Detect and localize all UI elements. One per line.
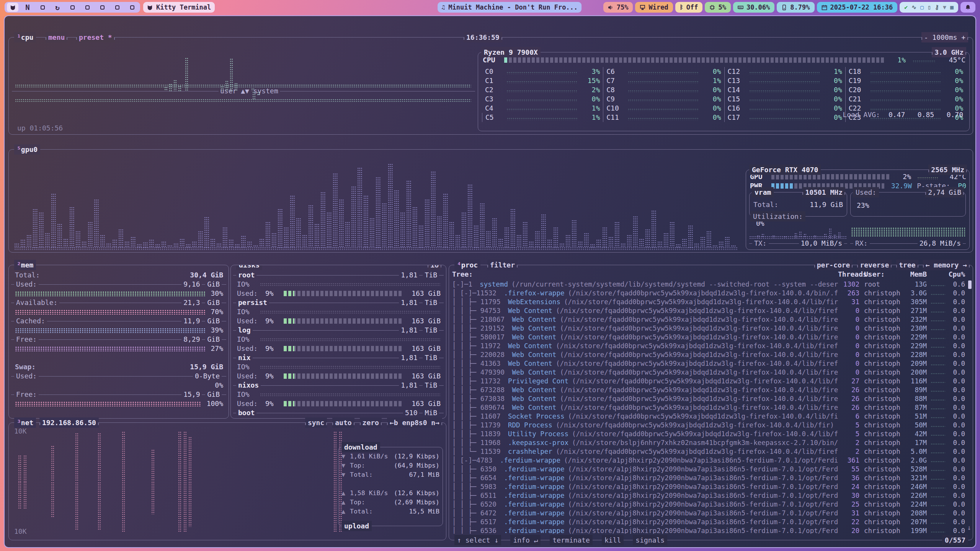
col-threads[interactable]: Threads:	[838, 270, 859, 279]
box-number: ⁴	[457, 261, 461, 269]
net-graph	[13, 428, 343, 535]
net-graph-column	[178, 428, 181, 535]
core-row: C41%	[482, 104, 603, 113]
scroll-down-indicator[interactable]: ↓	[967, 523, 971, 532]
disks-panel: disks io root1,81TiB IO% Used:9%163 GiB …	[230, 265, 446, 419]
process-row[interactable]: │ │ ├─ 673038 Web Content(/nix/store/fqa…	[452, 394, 970, 403]
tray-icon[interactable]: ∿	[911, 5, 916, 10]
filter-button[interactable]: filter	[487, 260, 518, 270]
cpu-total-pct: 1%	[889, 55, 906, 65]
process-row[interactable]: │ │ ├─ 6350 .ferdium-wrappe(/nix/store/a…	[452, 465, 970, 473]
process-row[interactable]: │ │ ├─ 11607 Socket Process(/nix/store/f…	[452, 412, 970, 421]
core-row: C180%	[845, 67, 966, 76]
volume-module[interactable]: 75%	[603, 2, 633, 13]
workspace-nvim[interactable]: N	[22, 3, 33, 12]
network-module[interactable]: Wired	[635, 2, 673, 13]
proc-footer-action[interactable]: ↑ select ↓	[454, 535, 501, 545]
notification-module[interactable]	[960, 2, 975, 13]
tray-icon[interactable]: ▼	[943, 5, 946, 10]
tray-icon[interactable]: ✔	[904, 5, 908, 10]
tray-icon[interactable]: ▢	[920, 5, 924, 10]
process-row[interactable]: │ │ ├─ 220028 Web Content(/nix/store/fqa…	[452, 350, 970, 359]
process-row[interactable]: │ │ └─ 11539 crashhelper(/nix/store/fqad…	[452, 447, 970, 456]
bluetooth-module[interactable]: ᛒ Off	[675, 2, 703, 13]
box-number: ³	[17, 419, 21, 427]
process-row[interactable]: │ │ ├─ 479390 Web Content(/nix/store/fqa…	[452, 368, 970, 377]
process-row[interactable]: │ │ ├─ 6511 .ferdium-wrappe(/nix/store/a…	[452, 491, 970, 500]
workspace-4[interactable]: ↻	[52, 3, 63, 12]
music-note-icon: ♫	[441, 5, 445, 10]
update-interval-control[interactable]: - 1000ms +	[921, 32, 968, 42]
process-row[interactable]: │ [-]─4783 .ferdium-wrappe(/nix/store/a1…	[452, 456, 970, 465]
swap-total: 15,9 GiB	[190, 362, 223, 372]
clock-module[interactable]: 2025-07-22 16:36	[817, 2, 898, 13]
net-stat-row: ▲Total:15,5 MiB	[338, 507, 443, 516]
process-row[interactable]: │ │ ├─ 11795 WebExtensions(/nix/store/fq…	[452, 297, 970, 306]
workspace-terminal[interactable]	[7, 3, 18, 12]
core-row: C130%	[724, 76, 845, 85]
proc-option-button[interactable]: reverse	[857, 260, 892, 270]
col-user[interactable]: User:	[859, 270, 902, 279]
tray-icon[interactable]: ⚷	[935, 5, 939, 10]
proc-footer-action[interactable]: kill	[602, 535, 624, 545]
proc-scrollbar-thumb[interactable]	[968, 280, 972, 289]
workspace-3[interactable]	[37, 3, 48, 12]
workspace-8[interactable]	[111, 3, 123, 12]
process-row[interactable]: │ │ ├─ 41363 Web Content(/nix/store/fqad…	[452, 359, 970, 368]
tray-icon[interactable]: ▦	[950, 5, 954, 10]
mem-free-unit: GiB	[205, 335, 222, 344]
net-option-button[interactable]: ←b enp8s0 n→	[387, 417, 442, 428]
process-row[interactable]: [-]─1 systemd(/run/current-system/system…	[452, 280, 970, 289]
upload-title: upload	[341, 521, 372, 531]
process-row[interactable]: │ │ ├─ 6654 .ferdium-wrappe(/nix/store/a…	[452, 473, 970, 482]
preset-button[interactable]: preset *	[76, 32, 115, 42]
col-cpu[interactable]: Cpu%	[946, 270, 965, 279]
process-row[interactable]: │ │ ├─ 6536 .ferdium-wrappe(/nix/store/a…	[452, 526, 970, 534]
process-row[interactable]: │ │ ├─ 5983 .ferdium-wrappe(/nix/store/a…	[452, 482, 970, 491]
net-option-button[interactable]: zero	[360, 417, 382, 428]
process-row[interactable]: │ │ ├─ 580017 Web Content(/nix/store/fqa…	[452, 333, 970, 341]
net-graph-column	[333, 428, 337, 535]
cpu-module[interactable]: 5%	[705, 2, 730, 13]
proc-footer-action[interactable]: signals	[633, 535, 667, 545]
proc-option-button[interactable]: per-core	[814, 260, 853, 270]
process-row[interactable]: │ │ ├─ 11739 RDD Process(/nix/store/fqad…	[452, 421, 970, 429]
proc-footer-action[interactable]: terminate	[550, 535, 593, 545]
tray-icon[interactable]: ▯	[928, 5, 931, 10]
io-mode-button[interactable]: io	[428, 265, 441, 270]
col-memb[interactable]: MemB	[902, 270, 927, 279]
process-row[interactable]: │ │ ├─ 94753 Web Content(/nix/store/fqad…	[452, 306, 970, 315]
process-row[interactable]: │ │ ├─ 6517 .ferdium-wrappe(/nix/store/a…	[452, 517, 970, 526]
process-row[interactable]: │ │ ├─ 218067 Web Content(/nix/store/fqa…	[452, 315, 970, 324]
process-row[interactable]: │ │ ├─ 11732 Privileged Cont(/nix/store/…	[452, 377, 970, 385]
net-option-button[interactable]: auto	[332, 417, 354, 428]
proc-option-button[interactable]: tree	[896, 260, 918, 270]
process-row[interactable]: │ │ ├─ 11968 .keepassxc-prox(/nix/store/…	[452, 438, 970, 447]
memory-module[interactable]: 30.06%	[733, 2, 774, 13]
gpu-power-watts: 32.9W	[887, 181, 912, 191]
process-row[interactable]: │ │ ├─ 689674 Web Content(/nix/store/fqa…	[452, 403, 970, 412]
process-row[interactable]: │ │ ├─ 11972 Web Content(/nix/store/fqad…	[452, 341, 970, 350]
tx-label: TX:	[752, 239, 769, 248]
process-row[interactable]: │ [-]─11532 .firefox-wrappe(/nix/store/f…	[452, 289, 970, 297]
proc-option-button[interactable]: ← memory →	[923, 260, 970, 270]
process-row[interactable]: │ │ ├─ 6472 .ferdium-wrappe(/nix/store/a…	[452, 509, 970, 517]
mem-used-graph	[15, 291, 205, 296]
disk-module[interactable]: 8.79%	[777, 2, 814, 13]
col-tree[interactable]: Tree:	[452, 270, 838, 279]
music-player-pill[interactable]: ♫ Minuit Machine - Don't Run Fro...	[438, 2, 581, 13]
workspace-6[interactable]	[82, 3, 93, 12]
rx-rate: 26,8 MiB/s	[918, 239, 963, 248]
process-row[interactable]: │ │ ├─ 6520 .ferdium-wrappe(/nix/store/a…	[452, 500, 970, 509]
core-row: C140%	[724, 85, 845, 95]
process-row[interactable]: │ │ ├─ 673288 Web Content(/nix/store/fqa…	[452, 385, 970, 394]
workspace-9[interactable]	[126, 3, 138, 12]
workspace-5[interactable]	[67, 3, 78, 12]
net-option-button[interactable]: sync	[305, 417, 327, 428]
process-row[interactable]: │ │ ├─ 11839 Utility Process(/nix/store/…	[452, 429, 970, 438]
workspace-7[interactable]	[96, 3, 108, 12]
menu-button[interactable]: menu	[46, 32, 67, 42]
window-title-pill[interactable]: Kitty Terminal	[143, 2, 215, 13]
process-row[interactable]: │ │ ├─ 219152 Web Content(/nix/store/fqa…	[452, 324, 970, 333]
proc-footer-action[interactable]: info ↵	[510, 535, 541, 545]
